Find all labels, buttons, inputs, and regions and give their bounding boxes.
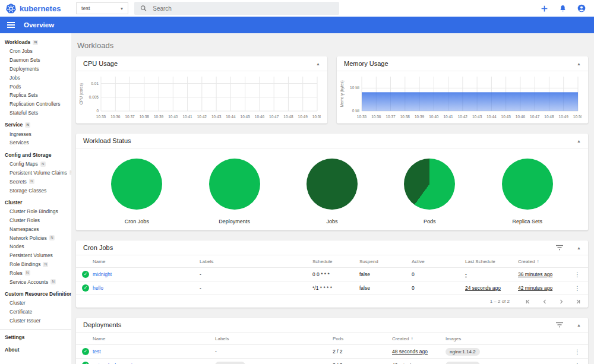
column-header-labels[interactable]: Labels: [200, 259, 312, 264]
filter-icon[interactable]: [555, 321, 564, 328]
collapse-icon[interactable]: ▲: [577, 323, 581, 327]
cell-name[interactable]: hello: [93, 285, 200, 291]
sidebar-item-service-accounts[interactable]: Service AccountsN: [0, 277, 71, 286]
column-header-images[interactable]: Images: [446, 336, 571, 341]
search-input[interactable]: [153, 5, 333, 12]
sidebar-item-deployments[interactable]: Deployments: [0, 65, 71, 74]
sidebar-item-storage-classes[interactable]: Storage Classes: [0, 186, 71, 195]
sidebar-item-ingresses[interactable]: Ingresses: [0, 129, 71, 138]
sidebar-item-namespaces[interactable]: Namespaces: [0, 225, 71, 234]
sidebar-item-nodes[interactable]: Nodes: [0, 242, 71, 251]
sidebar-item-cluster-issuer[interactable]: Cluster Issuer: [0, 316, 71, 325]
user-icon[interactable]: [577, 4, 586, 12]
sidebar-section-custom-resource-definitions[interactable]: Custom Resource Definitions: [0, 289, 71, 299]
next-page-icon[interactable]: [558, 299, 564, 305]
namespaced-badge: N: [29, 179, 34, 184]
svg-text:10:48: 10:48: [544, 115, 554, 119]
sidebar-item-label: Persistent Volume Claims: [10, 170, 67, 176]
sidebar-item-services[interactable]: Services: [0, 138, 71, 147]
sidebar-section-service[interactable]: ServiceN: [0, 119, 71, 129]
kebab-menu-icon[interactable]: ⋮: [571, 271, 583, 278]
kebab-menu-icon[interactable]: ⋮: [571, 349, 583, 355]
collapse-icon[interactable]: ▲: [577, 139, 581, 143]
sidebar-item-about[interactable]: About: [0, 344, 71, 354]
sidebar-item-cluster-role-bindings[interactable]: Cluster Role Bindings: [0, 207, 71, 216]
sidebar-section-workloads[interactable]: WorkloadsN: [0, 37, 71, 47]
memory-usage-chart: 10:3510:3610:3710:3810:3910:4010:4110:42…: [338, 73, 582, 121]
sidebar-item-cluster[interactable]: Cluster: [0, 299, 71, 308]
svg-text:10:49: 10:49: [298, 115, 308, 119]
sidebar-item-replication-controllers[interactable]: Replication Controllers: [0, 100, 71, 109]
check-circle-icon: ✓: [82, 348, 89, 355]
workload-status-title: Workload Status: [83, 137, 577, 144]
collapse-icon[interactable]: ▲: [577, 246, 581, 250]
svg-text:0.005: 0.005: [89, 95, 99, 99]
sort-ascending-icon: ↑: [536, 259, 539, 264]
sidebar-item-replica-sets[interactable]: Replica Sets: [0, 91, 71, 100]
sidebar-item-persistent-volumes[interactable]: Persistent Volumes: [0, 251, 71, 260]
last-page-icon[interactable]: [575, 299, 581, 305]
sidebar-item-cron-jobs[interactable]: Cron Jobs: [0, 47, 71, 56]
sidebar-item-persistent-volume-claims[interactable]: Persistent Volume ClaimsN: [0, 169, 71, 178]
column-header-name[interactable]: Name: [93, 336, 215, 341]
sidebar-section-label: Workloads: [5, 39, 30, 45]
sidebar-item-certificate[interactable]: Certificate: [0, 308, 71, 316]
pagination-range: 1 – 2 of 2: [490, 299, 510, 304]
sidebar-item-role-bindings[interactable]: Role BindingsN: [0, 260, 71, 269]
sidebar-item-secrets[interactable]: SecretsN: [0, 177, 71, 186]
column-header-pods[interactable]: Pods: [333, 336, 392, 341]
sidebar-item-settings[interactable]: Settings: [0, 332, 71, 342]
column-header-active[interactable]: Active: [412, 259, 465, 264]
sidebar-item-jobs[interactable]: Jobs: [0, 73, 71, 82]
sidebar-section-label: Cluster: [5, 200, 22, 205]
column-header-schedule[interactable]: Schedule: [312, 259, 359, 264]
sidebar-section-cluster[interactable]: Cluster: [0, 197, 71, 207]
sidebar-item-label: Network Policies: [10, 235, 47, 241]
plus-icon[interactable]: [541, 5, 548, 12]
sidebar-section-config-and-storage[interactable]: Config and Storage: [0, 150, 71, 160]
memory-usage-header: Memory Usage ▲: [337, 56, 588, 71]
logo-text: kubernetes: [20, 4, 61, 13]
svg-text:10:37: 10:37: [125, 115, 135, 119]
hamburger-menu-icon[interactable]: [7, 22, 15, 28]
deployments-card: Deployments ▲ NameLabelsPodsCreated↑Imag…: [76, 318, 588, 364]
previous-page-icon[interactable]: [542, 299, 548, 305]
column-header-labels[interactable]: Labels: [215, 336, 333, 341]
sidebar-item-network-policies[interactable]: Network PoliciesN: [0, 233, 71, 242]
sidebar-item-cluster-roles[interactable]: Cluster Roles: [0, 216, 71, 225]
kebab-menu-icon[interactable]: ⋮: [571, 362, 583, 364]
cpu-usage-chart: 10:3510:3610:3710:3810:3910:4010:4110:42…: [77, 73, 321, 121]
sidebar-item-label: Pods: [10, 84, 21, 90]
column-header-created[interactable]: Created↑: [518, 259, 571, 264]
sidebar-item-pods[interactable]: Pods: [0, 82, 71, 91]
cell-name[interactable]: test: [93, 349, 215, 354]
namespace-select[interactable]: test ▾: [76, 2, 128, 14]
sidebar-item-roles[interactable]: RolesN: [0, 268, 71, 277]
kebab-menu-icon[interactable]: ⋮: [571, 285, 583, 292]
sidebar-section-label: Service: [5, 122, 23, 128]
table-row: ✓midnight-0 0 * * *false0-36 minutes ago…: [76, 268, 588, 281]
column-header-last-schedule[interactable]: Last Schedule: [465, 259, 518, 264]
sidebar-item-label: Nodes: [10, 243, 24, 249]
svg-text:10:35: 10:35: [96, 115, 106, 119]
svg-text:10 Mi: 10 Mi: [350, 86, 359, 90]
bell-icon[interactable]: [559, 5, 567, 12]
collapse-icon[interactable]: ▲: [577, 62, 581, 66]
pie-title: Pods: [404, 219, 455, 224]
sidebar-item-config-maps[interactable]: Config MapsN: [0, 160, 71, 169]
first-page-icon[interactable]: [525, 299, 531, 305]
filter-icon[interactable]: [555, 244, 564, 251]
sidebar-item-stateful-sets[interactable]: Stateful Sets: [0, 108, 71, 117]
column-header-name[interactable]: Name: [93, 259, 200, 264]
search-bar[interactable]: [134, 2, 339, 15]
sidebar-item-daemon-sets[interactable]: Daemon Sets: [0, 56, 71, 65]
namespaced-badge: N: [25, 122, 30, 128]
svg-text:10:39: 10:39: [415, 115, 425, 119]
pie-title: Deployments: [209, 219, 260, 224]
table-row: ✓nginx-deploymentapp: nginx3 / 342 minut…: [76, 359, 588, 364]
collapse-icon[interactable]: ▲: [316, 62, 320, 66]
column-header-created[interactable]: Created↑: [392, 336, 446, 341]
column-header-suspend[interactable]: Suspend: [359, 259, 412, 264]
kubernetes-logo[interactable]: kubernetes: [0, 4, 70, 14]
cell-name[interactable]: midnight: [93, 271, 200, 277]
